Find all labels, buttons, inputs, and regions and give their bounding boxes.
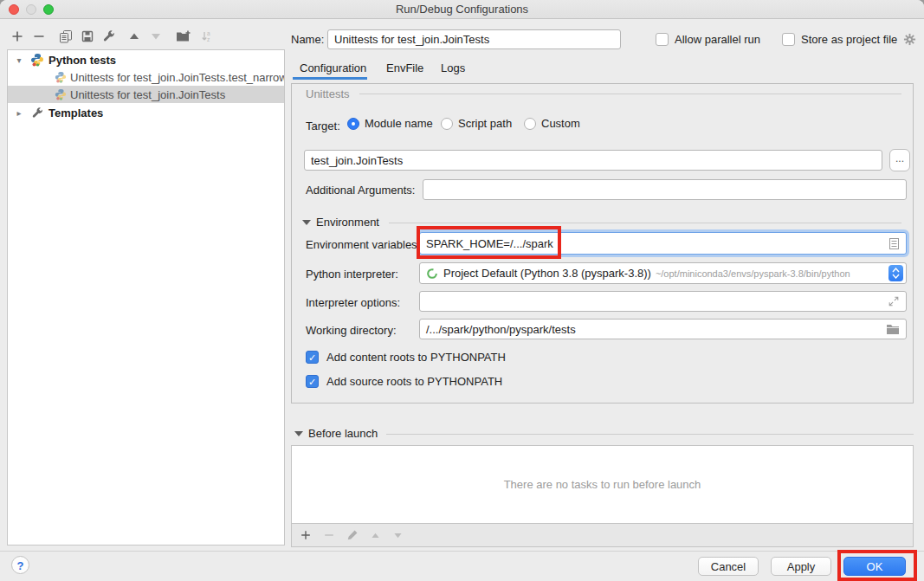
tree-node-unittest-selected[interactable]: Unittests for test_join.JoinTests: [8, 86, 284, 103]
edit-task-pencil-icon: [346, 529, 359, 541]
python-test-icon: [55, 71, 67, 83]
close-window-button[interactable]: [9, 4, 19, 15]
expand-field-icon[interactable]: [888, 295, 900, 307]
tree-node-unittest-narrow[interactable]: Unittests for test_join.JoinTests.test_n…: [8, 68, 284, 86]
group-divider: [359, 94, 901, 94]
tab-configuration[interactable]: Configuration: [300, 61, 366, 74]
templates-wrench-icon: [31, 107, 44, 119]
module-name-input[interactable]: test_join.JoinTests: [304, 150, 882, 171]
target-module-name-radio-row[interactable]: Module name: [347, 117, 433, 130]
tree-node-label: Unittests for test_join.JoinTests.test_n…: [70, 71, 284, 84]
before-launch-section-title[interactable]: Before launch: [308, 427, 378, 440]
browse-button[interactable]: ...: [889, 149, 910, 171]
move-task-up-icon: [370, 530, 381, 541]
ok-button[interactable]: OK: [843, 557, 906, 576]
before-launch-task-list[interactable]: There are no tasks to run before launch: [291, 445, 914, 524]
svg-text:a: a: [207, 30, 210, 36]
name-label: Name:: [291, 33, 324, 46]
move-task-down-icon: [392, 530, 404, 541]
collapse-before-launch-icon[interactable]: [294, 430, 303, 437]
configurations-toolbar: az: [10, 29, 213, 43]
python-test-icon: [55, 88, 67, 100]
target-script-path-radio-row[interactable]: Script path: [441, 117, 512, 130]
python-interpreter-select[interactable]: Project Default (Python 3.8 (pyspark-3.8…: [419, 262, 907, 284]
move-up-icon[interactable]: [127, 29, 141, 43]
chevron-right-icon[interactable]: ▸: [13, 108, 25, 118]
active-tab-underline: [293, 77, 367, 80]
save-configuration-icon[interactable]: [81, 29, 94, 43]
environment-variables-label: Environment variables:: [306, 238, 420, 251]
add-task-icon[interactable]: [300, 529, 312, 541]
custom-radio-label: Custom: [541, 117, 580, 130]
allow-parallel-run-checkbox[interactable]: [656, 33, 669, 46]
configurations-tree: ▾ Python tests Unittests for test_join.J…: [7, 49, 285, 545]
zoom-window-button[interactable]: [43, 4, 54, 15]
group-divider: [389, 223, 901, 223]
collapse-environment-icon[interactable]: [302, 219, 311, 226]
tree-node-templates[interactable]: ▸ Templates: [8, 104, 284, 121]
environment-variables-input[interactable]: SPARK_HOME=/.../spark: [419, 232, 907, 255]
add-source-roots-label: Add source roots to PYTHONPATH: [326, 375, 502, 388]
additional-arguments-input[interactable]: [423, 179, 907, 200]
gear-icon[interactable]: [903, 33, 916, 46]
working-directory-value: /.../spark/python/pyspark/tests: [426, 323, 576, 336]
group-divider: [386, 434, 914, 435]
tab-logs[interactable]: Logs: [441, 61, 465, 74]
titlebar: Run/Debug Configurations: [0, 0, 924, 19]
tree-node-label: Unittests for test_join.JoinTests: [70, 88, 225, 101]
custom-radio[interactable]: [524, 118, 536, 130]
name-input[interactable]: Unittests for test_join.JoinTests: [327, 29, 621, 49]
environment-variables-value: SPARK_HOME=/.../spark: [426, 237, 553, 250]
interpreter-options-label: Interpreter options:: [306, 296, 400, 309]
cancel-button[interactable]: Cancel: [698, 557, 759, 576]
store-as-project-file-label: Store as project file: [801, 33, 897, 46]
expand-variables-list-icon[interactable]: [888, 237, 900, 250]
folder-icon[interactable]: [886, 324, 900, 335]
add-content-roots-checkbox-row[interactable]: ✓ Add content roots to PYTHONPATH: [306, 351, 506, 364]
conda-environment-icon: [426, 268, 438, 280]
working-directory-label: Working directory:: [306, 324, 397, 337]
working-directory-input[interactable]: /.../spark/python/pyspark/tests: [419, 319, 907, 339]
module-name-radio-label: Module name: [365, 117, 433, 130]
edit-templates-wrench-icon[interactable]: [102, 29, 116, 43]
target-label: Target:: [306, 119, 340, 132]
unittests-group-label: Unittests: [306, 87, 350, 100]
add-configuration-icon[interactable]: [10, 29, 24, 43]
script-path-radio[interactable]: [441, 118, 453, 130]
minimize-window-button[interactable]: [26, 4, 36, 15]
add-source-roots-checkbox[interactable]: ✓: [306, 375, 319, 388]
interpreter-options-input[interactable]: [419, 291, 907, 312]
environment-section-title[interactable]: Environment: [316, 216, 379, 229]
add-content-roots-checkbox[interactable]: ✓: [306, 351, 319, 364]
tab-envfile[interactable]: EnvFile: [386, 61, 423, 74]
footer-divider: [0, 551, 924, 552]
tree-node-python-tests[interactable]: ▾ Python tests: [8, 51, 284, 68]
allow-parallel-run-checkbox-row[interactable]: Allow parallel run: [656, 33, 760, 46]
chevron-down-icon[interactable]: ▾: [13, 55, 25, 65]
add-source-roots-checkbox-row[interactable]: ✓ Add source roots to PYTHONPATH: [306, 375, 502, 388]
python-tests-icon: [30, 53, 44, 67]
dropdown-stepper-icon[interactable]: [888, 265, 903, 281]
store-as-project-file-checkbox[interactable]: [782, 33, 795, 46]
remove-task-icon: [323, 529, 335, 541]
tree-node-label: Python tests: [48, 54, 116, 67]
name-value: Unittests for test_join.JoinTests: [334, 33, 489, 46]
allow-parallel-run-label: Allow parallel run: [675, 33, 760, 46]
script-path-radio-label: Script path: [458, 117, 512, 130]
check-icon: ✓: [308, 377, 316, 387]
remove-configuration-icon[interactable]: [32, 29, 46, 43]
configuration-panel: Unittests Target: Module name Script pat…: [291, 83, 914, 403]
apply-button[interactable]: Apply: [771, 557, 831, 576]
python-interpreter-path: ~/opt/miniconda3/envs/pyspark-3.8/bin/py…: [656, 268, 850, 279]
run-debug-configurations-dialog: Run/Debug Configurations az ▾ Python tes…: [0, 0, 924, 581]
store-as-project-file-checkbox-row[interactable]: Store as project file: [782, 33, 916, 46]
copy-configuration-icon[interactable]: [59, 29, 73, 43]
target-custom-radio-row[interactable]: Custom: [524, 117, 580, 130]
sort-alphabetically-icon: az: [199, 29, 213, 43]
module-name-radio[interactable]: [347, 118, 359, 130]
tree-node-label: Templates: [48, 107, 103, 119]
before-launch-empty-text: There are no tasks to run before launch: [504, 478, 701, 491]
new-folder-icon[interactable]: [176, 29, 191, 43]
help-button[interactable]: ?: [11, 556, 29, 574]
window-title: Run/Debug Configurations: [0, 0, 924, 19]
